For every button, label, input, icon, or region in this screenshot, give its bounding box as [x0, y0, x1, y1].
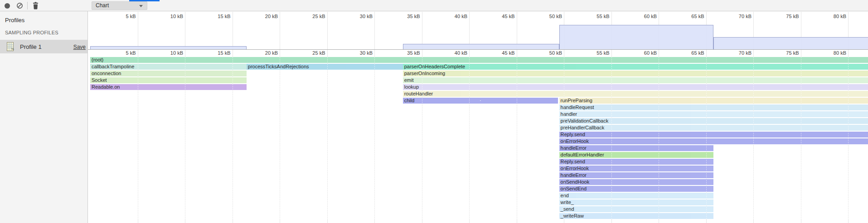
flame-frame[interactable]: parserOnIncoming — [403, 71, 868, 76]
delete-profile-button[interactable] — [32, 2, 39, 9]
overview-ruler-tick-label: 10 kB — [156, 14, 183, 19]
flame-ruler-tick-label: 70 kB — [724, 50, 752, 56]
flame-frame[interactable]: runPreParsing — [559, 98, 868, 104]
flame-frame[interactable]: processTicksAndRejections — [247, 64, 403, 70]
flame-chart-pane[interactable]: 5 kB5 kB10 kB10 kB15 kB15 kB20 kB20 kB25… — [88, 11, 868, 223]
flame-frame[interactable]: preValidationCallback — [559, 118, 868, 124]
sampling-profiles-heading: SAMPLING PROFILES — [5, 30, 58, 35]
flame-frame[interactable]: preHandlerCallback — [559, 125, 868, 131]
flame-frame-label: preHandlerCallback — [559, 125, 605, 130]
flame-frame[interactable]: end — [559, 193, 714, 199]
flame-frame[interactable]: parserOnHeadersComplete — [403, 64, 868, 70]
flame-frame[interactable]: onSendEnd — [559, 186, 714, 192]
overview-ruler-tick-label: 30 kB — [345, 14, 373, 19]
flame-frame[interactable]: onconnection — [90, 71, 247, 76]
flame-gridline-overlay — [564, 57, 564, 219]
save-profile-link[interactable]: Save — [73, 44, 86, 50]
flame-frame[interactable]: emit — [403, 77, 868, 83]
selected-tab-indicator — [129, 0, 160, 1]
flame-frame-label: handler — [559, 111, 577, 117]
flame-frame[interactable]: Socket — [90, 77, 247, 83]
flame-gridline-overlay — [327, 57, 328, 219]
flame-frame[interactable]: onErrorHook — [559, 166, 714, 171]
flame-frame[interactable]: onSendHook — [559, 179, 714, 185]
flame-frame-label: callbackTrampoline — [90, 64, 134, 69]
flame-frame-label: Socket — [90, 77, 107, 83]
flame-frame[interactable]: handleError — [559, 172, 714, 178]
flame-frame[interactable]: defaultErrorHandler — [559, 152, 714, 158]
flame-frame[interactable]: Reply.send — [559, 132, 868, 138]
flame-frame-label: write_ — [559, 199, 574, 205]
overview-ruler-tick-label: 20 kB — [251, 14, 278, 19]
flame-ruler-tick-label: 35 kB — [393, 50, 420, 56]
overview-ruler-tick-label: 15 kB — [204, 14, 231, 19]
overview-ruler-tick-label: 45 kB — [488, 14, 515, 19]
flame-ruler-tick-label: 50 kB — [535, 50, 562, 56]
flame-ruler-tick-label: 55 kB — [582, 50, 610, 56]
flame-frame[interactable]: child — [403, 98, 558, 104]
flame-frame[interactable]: Readable.on — [90, 84, 247, 90]
flame-ruler-tick-label: 30 kB — [345, 50, 373, 56]
flame-frame-label: onSendEnd — [559, 186, 587, 191]
profiles-sidebar: Profiles SAMPLING PROFILES % Profile 1 S… — [0, 11, 88, 223]
flame-frame[interactable]: routeHandler — [403, 91, 868, 97]
chevron-down-icon — [139, 5, 143, 7]
flame-gridline-overlay — [848, 57, 849, 219]
flame-gridline-overlay — [422, 57, 422, 219]
overview-area-segment — [403, 44, 559, 49]
flame-gridline-overlay — [185, 57, 185, 219]
flame-ruler-tick-label: 80 kB — [819, 50, 846, 56]
flame-frame[interactable]: (root) — [90, 57, 868, 63]
flame-frame[interactable]: _writeRaw — [559, 213, 714, 219]
flame-ruler-tick-label: 65 kB — [677, 50, 704, 56]
flame-gridline-overlay — [801, 57, 801, 219]
flame-frame[interactable]: lookup — [403, 84, 868, 90]
profiler-toolbar: Chart — [0, 0, 868, 11]
overview-ruler-tick-label: 5 kB — [109, 14, 136, 19]
flame-ruler-tick-label: 15 kB — [204, 50, 231, 56]
flame-frame-label: Reply.send — [559, 159, 585, 164]
flame-frame-label: defaultErrorHandler — [559, 152, 604, 157]
flame-ruler-tick-label: 25 kB — [298, 50, 325, 56]
flame-gridline-overlay — [280, 57, 280, 219]
chart-view-select[interactable]: Chart — [92, 1, 147, 10]
flame-frame[interactable]: handleRequest — [559, 104, 868, 110]
flame-frame-label: processTicksAndRejections — [247, 64, 309, 69]
flame-gridline-overlay — [469, 57, 470, 219]
overview-ruler-tick-label: 35 kB — [393, 14, 420, 19]
flame-frame[interactable]: callbackTrampoline — [90, 64, 247, 70]
flame-frame-label: child — [403, 98, 415, 103]
flame-frame[interactable]: Reply.send — [559, 159, 714, 165]
flame-frame-label: handleError — [559, 145, 587, 151]
flame-ruler-tick-label: 60 kB — [630, 50, 657, 56]
flame-frame[interactable]: _send — [559, 206, 714, 212]
flame-frame[interactable]: write_ — [559, 199, 714, 205]
overview-bottom-border — [88, 49, 868, 50]
overview-ruler-tick-label: 50 kB — [535, 14, 562, 19]
overview-area-segment — [713, 37, 868, 49]
overview-ruler-tick-label: 40 kB — [440, 14, 467, 19]
flame-ruler-tick-label: 75 kB — [772, 50, 799, 56]
overview-ruler-tick-label: 70 kB — [724, 14, 752, 19]
overview-ruler-tick-label: 25 kB — [298, 14, 325, 19]
flame-ruler-tick-label: 5 kB — [109, 50, 136, 56]
sidebar-item-profile-1[interactable]: % Profile 1 Save — [0, 40, 87, 53]
flame-frame-label: lookup — [403, 84, 419, 90]
svg-text:%: % — [11, 47, 14, 51]
flame-ruler-tick-label: 10 kB — [156, 50, 183, 56]
flame-ruler-tick-label: 20 kB — [251, 50, 278, 56]
overview-ruler-tick-label: 75 kB — [772, 14, 799, 19]
flame-frame-label: handleRequest — [559, 104, 594, 110]
clear-all-profiles-button[interactable] — [16, 2, 23, 9]
flame-frame[interactable]: onErrorHook — [559, 138, 868, 144]
flame-frame[interactable]: handleError — [559, 145, 714, 151]
flame-gridline-overlay — [611, 57, 612, 219]
flame-frame[interactable]: handler — [559, 111, 868, 117]
overview-ruler-tick-label: 80 kB — [819, 14, 846, 19]
overview-gridline — [374, 12, 375, 49]
flame-frame-label: (root) — [90, 57, 103, 62]
flame-frame-label: emit — [403, 77, 414, 83]
sampling-profile-icon: % — [6, 42, 15, 51]
record-button[interactable] — [5, 3, 10, 9]
flame-frame-label: parserOnIncoming — [403, 71, 446, 76]
